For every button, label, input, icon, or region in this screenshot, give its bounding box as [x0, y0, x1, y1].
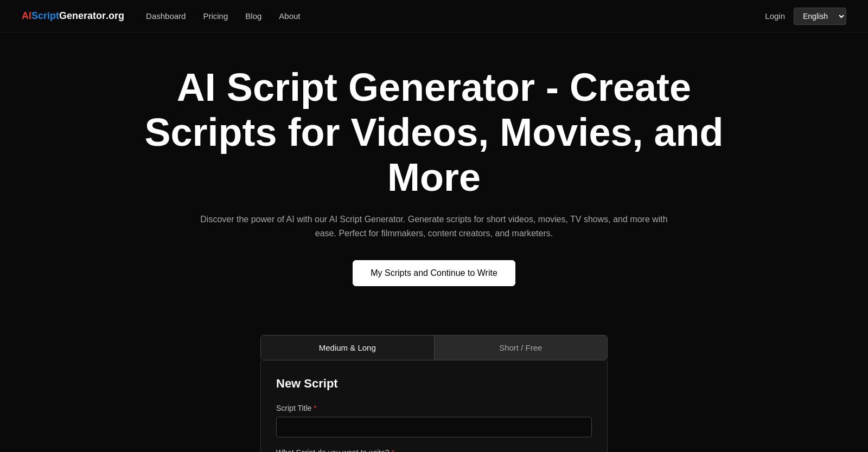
nav-item-blog[interactable]: Blog: [245, 11, 261, 21]
logo-script: Script: [31, 10, 59, 22]
hero-title: AI Script Generator - Create Scripts for…: [108, 65, 760, 199]
script-tabs: Medium & Long Short / Free: [260, 335, 608, 360]
required-indicator-type: *: [392, 448, 394, 452]
nav-item-dashboard[interactable]: Dashboard: [146, 11, 186, 21]
tab-short-free[interactable]: Short / Free: [435, 335, 608, 360]
site-logo[interactable]: AIScriptGenerator.org: [22, 10, 124, 22]
navbar: AIScriptGenerator.org Dashboard Pricing …: [0, 0, 868, 33]
nav-right: Login English Spanish French German: [765, 8, 846, 25]
form-card-title: New Script: [276, 377, 592, 391]
logo-org: .org: [106, 10, 124, 22]
script-title-group: Script Title *: [276, 404, 592, 437]
nav-links: Dashboard Pricing Blog About: [146, 11, 765, 21]
nav-item-about[interactable]: About: [279, 11, 300, 21]
tab-medium-long[interactable]: Medium & Long: [261, 335, 435, 360]
script-type-group: What Script do you want to write? *: [276, 448, 592, 452]
required-indicator-title: *: [314, 404, 316, 412]
new-script-form: New Script Script Title * What Script do…: [260, 360, 608, 452]
script-title-label: Script Title *: [276, 404, 592, 412]
nav-item-pricing[interactable]: Pricing: [203, 11, 228, 21]
logo-generator: Generator: [59, 10, 106, 22]
login-button[interactable]: Login: [765, 11, 785, 21]
hero-section: AI Script Generator - Create Scripts for…: [0, 33, 868, 308]
form-section: Medium & Long Short / Free New Script Sc…: [250, 335, 618, 452]
logo-ai: AI: [22, 10, 31, 22]
hero-subtitle: Discover the power of AI with our AI Scr…: [190, 212, 678, 240]
cta-button[interactable]: My Scripts and Continue to Write: [353, 260, 515, 286]
language-selector[interactable]: English Spanish French German: [794, 8, 846, 25]
script-title-input[interactable]: [276, 417, 592, 437]
script-type-label: What Script do you want to write? *: [276, 448, 592, 452]
